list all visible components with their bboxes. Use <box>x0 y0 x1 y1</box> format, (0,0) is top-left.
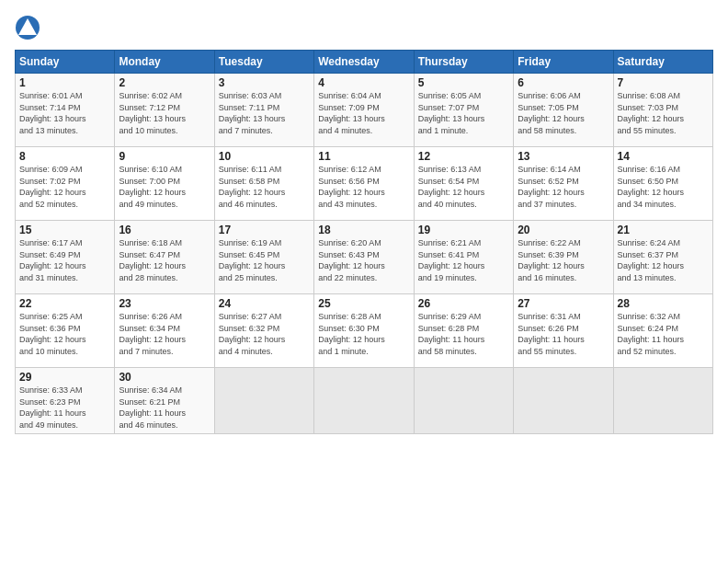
calendar-cell: 12Sunrise: 6:13 AM Sunset: 6:54 PM Dayli… <box>414 147 513 221</box>
day-info: Sunrise: 6:31 AM Sunset: 6:26 PM Dayligh… <box>518 311 609 357</box>
day-number: 27 <box>518 297 609 310</box>
day-info: Sunrise: 6:22 AM Sunset: 6:39 PM Dayligh… <box>518 237 609 283</box>
calendar-cell: 25Sunrise: 6:28 AM Sunset: 6:30 PM Dayli… <box>314 294 414 368</box>
day-info: Sunrise: 6:21 AM Sunset: 6:41 PM Dayligh… <box>418 237 509 283</box>
day-number: 17 <box>219 224 310 236</box>
day-number: 5 <box>418 76 509 89</box>
calendar-cell: 10Sunrise: 6:11 AM Sunset: 6:58 PM Dayli… <box>214 147 313 221</box>
day-info: Sunrise: 6:01 AM Sunset: 7:14 PM Dayligh… <box>19 90 110 136</box>
day-info: Sunrise: 6:12 AM Sunset: 6:56 PM Dayligh… <box>318 164 409 210</box>
logo-icon <box>15 15 40 40</box>
calendar-cell: 6Sunrise: 6:06 AM Sunset: 7:05 PM Daylig… <box>514 74 613 147</box>
day-number: 21 <box>618 224 709 236</box>
day-number: 23 <box>119 297 210 310</box>
day-info: Sunrise: 6:19 AM Sunset: 6:45 PM Dayligh… <box>219 237 310 283</box>
day-number: 16 <box>119 224 210 236</box>
day-number: 10 <box>219 150 310 163</box>
day-info: Sunrise: 6:06 AM Sunset: 7:05 PM Dayligh… <box>518 90 609 136</box>
calendar-cell: 5Sunrise: 6:05 AM Sunset: 7:07 PM Daylig… <box>414 74 513 147</box>
day-number: 7 <box>618 76 709 89</box>
calendar-cell: 1Sunrise: 6:01 AM Sunset: 7:14 PM Daylig… <box>16 74 115 147</box>
day-info: Sunrise: 6:08 AM Sunset: 7:03 PM Dayligh… <box>618 90 709 136</box>
day-number: 29 <box>19 371 110 384</box>
day-number: 15 <box>19 224 110 236</box>
calendar-cell: 15Sunrise: 6:17 AM Sunset: 6:49 PM Dayli… <box>16 221 115 294</box>
day-info: Sunrise: 6:27 AM Sunset: 6:32 PM Dayligh… <box>219 311 310 357</box>
day-number: 1 <box>19 76 110 89</box>
day-info: Sunrise: 6:24 AM Sunset: 6:37 PM Dayligh… <box>618 237 709 283</box>
calendar-cell: 22Sunrise: 6:25 AM Sunset: 6:36 PM Dayli… <box>16 294 115 368</box>
calendar-cell: 3Sunrise: 6:03 AM Sunset: 7:11 PM Daylig… <box>214 74 313 147</box>
calendar-cell <box>314 368 414 434</box>
day-info: Sunrise: 6:32 AM Sunset: 6:24 PM Dayligh… <box>618 311 709 357</box>
day-info: Sunrise: 6:16 AM Sunset: 6:50 PM Dayligh… <box>618 164 709 210</box>
week-row-1: 1Sunrise: 6:01 AM Sunset: 7:14 PM Daylig… <box>16 74 713 147</box>
calendar-cell: 7Sunrise: 6:08 AM Sunset: 7:03 PM Daylig… <box>613 74 712 147</box>
day-info: Sunrise: 6:13 AM Sunset: 6:54 PM Dayligh… <box>418 164 509 210</box>
day-info: Sunrise: 6:34 AM Sunset: 6:21 PM Dayligh… <box>119 385 210 431</box>
header <box>15 15 713 40</box>
calendar-cell: 18Sunrise: 6:20 AM Sunset: 6:43 PM Dayli… <box>314 221 414 294</box>
day-number: 13 <box>518 150 609 163</box>
week-row-4: 22Sunrise: 6:25 AM Sunset: 6:36 PM Dayli… <box>16 294 713 368</box>
day-number: 12 <box>418 150 509 163</box>
day-number: 4 <box>318 76 409 89</box>
day-info: Sunrise: 6:29 AM Sunset: 6:28 PM Dayligh… <box>418 311 509 357</box>
calendar-cell: 4Sunrise: 6:04 AM Sunset: 7:09 PM Daylig… <box>314 74 414 147</box>
weekday-thursday: Thursday <box>414 51 513 74</box>
day-number: 28 <box>618 297 709 310</box>
calendar-cell: 13Sunrise: 6:14 AM Sunset: 6:52 PM Dayli… <box>514 147 613 221</box>
day-info: Sunrise: 6:17 AM Sunset: 6:49 PM Dayligh… <box>19 237 110 283</box>
week-row-2: 8Sunrise: 6:09 AM Sunset: 7:02 PM Daylig… <box>16 147 713 221</box>
week-row-5: 29Sunrise: 6:33 AM Sunset: 6:23 PM Dayli… <box>16 368 713 434</box>
day-number: 24 <box>219 297 310 310</box>
day-number: 3 <box>219 76 310 89</box>
calendar-cell: 28Sunrise: 6:32 AM Sunset: 6:24 PM Dayli… <box>613 294 712 368</box>
calendar-cell: 8Sunrise: 6:09 AM Sunset: 7:02 PM Daylig… <box>16 147 115 221</box>
weekday-tuesday: Tuesday <box>214 51 313 74</box>
day-number: 19 <box>418 224 509 236</box>
day-number: 25 <box>318 297 409 310</box>
weekday-sunday: Sunday <box>16 51 115 74</box>
day-info: Sunrise: 6:26 AM Sunset: 6:34 PM Dayligh… <box>119 311 210 357</box>
day-number: 18 <box>318 224 409 236</box>
calendar-cell: 20Sunrise: 6:22 AM Sunset: 6:39 PM Dayli… <box>514 221 613 294</box>
day-number: 14 <box>618 150 709 163</box>
calendar-cell: 11Sunrise: 6:12 AM Sunset: 6:56 PM Dayli… <box>314 147 414 221</box>
day-info: Sunrise: 6:25 AM Sunset: 6:36 PM Dayligh… <box>19 311 110 357</box>
day-number: 2 <box>119 76 210 89</box>
day-number: 20 <box>518 224 609 236</box>
logo <box>15 15 44 40</box>
calendar-cell: 27Sunrise: 6:31 AM Sunset: 6:26 PM Dayli… <box>514 294 613 368</box>
calendar-cell <box>214 368 313 434</box>
weekday-header-row: SundayMondayTuesdayWednesdayThursdayFrid… <box>16 51 713 74</box>
day-number: 11 <box>318 150 409 163</box>
weekday-monday: Monday <box>115 51 214 74</box>
calendar-cell: 17Sunrise: 6:19 AM Sunset: 6:45 PM Dayli… <box>214 221 313 294</box>
day-info: Sunrise: 6:28 AM Sunset: 6:30 PM Dayligh… <box>318 311 409 357</box>
calendar-cell: 23Sunrise: 6:26 AM Sunset: 6:34 PM Dayli… <box>115 294 214 368</box>
day-info: Sunrise: 6:33 AM Sunset: 6:23 PM Dayligh… <box>19 385 110 431</box>
day-info: Sunrise: 6:05 AM Sunset: 7:07 PM Dayligh… <box>418 90 509 136</box>
calendar-cell: 9Sunrise: 6:10 AM Sunset: 7:00 PM Daylig… <box>115 147 214 221</box>
calendar-header: SundayMondayTuesdayWednesdayThursdayFrid… <box>16 51 713 74</box>
day-info: Sunrise: 6:03 AM Sunset: 7:11 PM Dayligh… <box>219 90 310 136</box>
weekday-saturday: Saturday <box>613 51 712 74</box>
calendar-cell: 19Sunrise: 6:21 AM Sunset: 6:41 PM Dayli… <box>414 221 513 294</box>
weekday-friday: Friday <box>514 51 613 74</box>
day-info: Sunrise: 6:20 AM Sunset: 6:43 PM Dayligh… <box>318 237 409 283</box>
calendar-cell: 29Sunrise: 6:33 AM Sunset: 6:23 PM Dayli… <box>16 368 115 434</box>
weekday-wednesday: Wednesday <box>314 51 414 74</box>
day-number: 9 <box>119 150 210 163</box>
calendar-cell: 14Sunrise: 6:16 AM Sunset: 6:50 PM Dayli… <box>613 147 712 221</box>
calendar-cell: 16Sunrise: 6:18 AM Sunset: 6:47 PM Dayli… <box>115 221 214 294</box>
day-info: Sunrise: 6:02 AM Sunset: 7:12 PM Dayligh… <box>119 90 210 136</box>
day-info: Sunrise: 6:11 AM Sunset: 6:58 PM Dayligh… <box>219 164 310 210</box>
day-number: 6 <box>518 76 609 89</box>
calendar-table: SundayMondayTuesdayWednesdayThursdayFrid… <box>15 50 713 434</box>
calendar-body: 1Sunrise: 6:01 AM Sunset: 7:14 PM Daylig… <box>16 74 713 434</box>
calendar-cell: 26Sunrise: 6:29 AM Sunset: 6:28 PM Dayli… <box>414 294 513 368</box>
day-info: Sunrise: 6:09 AM Sunset: 7:02 PM Dayligh… <box>19 164 110 210</box>
week-row-3: 15Sunrise: 6:17 AM Sunset: 6:49 PM Dayli… <box>16 221 713 294</box>
calendar-cell <box>514 368 613 434</box>
